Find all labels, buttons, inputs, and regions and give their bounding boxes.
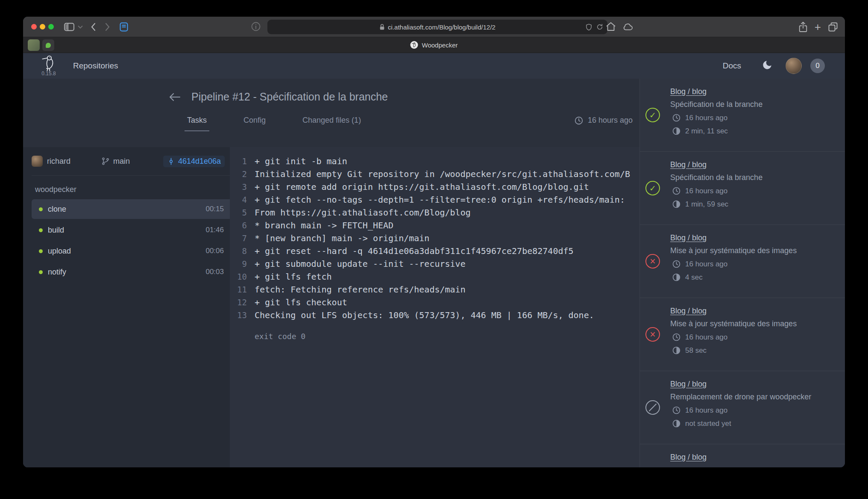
build-list-item[interactable]: Blog / blog Spécification de la branche … — [640, 152, 845, 225]
console-line: 1 + git init -b main — [230, 155, 639, 168]
console-line-number: 8 — [230, 245, 247, 257]
pipeline-step[interactable]: notify 00:03 — [32, 262, 230, 282]
nav-docs[interactable]: Docs — [723, 61, 741, 71]
reload-icon[interactable] — [596, 24, 603, 30]
step-status-dot — [39, 270, 43, 274]
version-label: 0.15.8 — [41, 71, 56, 77]
forward-button[interactable] — [105, 23, 110, 31]
recent-builds-list: Blog / blog Spécification de la branche … — [640, 79, 845, 467]
console-line-number: 5 — [230, 206, 247, 219]
commit-author: richard — [32, 156, 101, 167]
home-icon[interactable] — [606, 22, 616, 31]
build-time-ago: 16 hours ago — [685, 187, 727, 195]
build-time-ago: 16 hours ago — [685, 260, 727, 269]
console-line-number: 10 — [230, 270, 247, 283]
clock-icon — [574, 116, 584, 125]
build-repo-link[interactable]: Blog / blog — [670, 233, 707, 242]
console-line-number: 7 — [230, 232, 247, 245]
step-duration: 00:03 — [205, 268, 224, 276]
woodpecker-app: 0.15.8 Repositories Docs 0 — [23, 53, 845, 467]
step-duration: 00:06 — [205, 247, 224, 255]
cloud-icon[interactable] — [622, 23, 634, 31]
nav-repositories[interactable]: Repositories — [73, 61, 118, 71]
console-line-text: + git lfs fetch — [247, 270, 332, 283]
step-list: clone 00:15 build 01:46 upload 00:06 not… — [32, 199, 230, 282]
build-list-item[interactable]: Blog / blog Remplacement de drone par wo… — [640, 371, 845, 444]
console-line: 8 + git reset --hard -q 4614d1e06a3dabf3… — [230, 245, 639, 257]
back-button[interactable] — [91, 23, 96, 31]
build-list-item[interactable]: Blog / blog Mise à jour systématique des… — [640, 225, 845, 298]
build-repo-link[interactable]: Blog / blog — [670, 307, 707, 316]
build-message: Mise à jour systématique des images — [670, 246, 838, 255]
console-line: 2 Initialized empty Git repository in /w… — [230, 168, 639, 180]
pinned-tab-2[interactable] — [42, 39, 54, 51]
exit-code: exit code 0 — [230, 332, 639, 341]
build-repo-link[interactable]: Blog / blog — [670, 87, 707, 96]
console-line-text: From https://git.athaliasoft.com/Blog/bl… — [247, 206, 471, 219]
minimize-button[interactable] — [40, 24, 45, 30]
browser-toolbar: ci.athaliasoft.com/Blog/blog/build/12/2 — [23, 17, 845, 37]
pipeline-step[interactable]: upload 00:06 — [32, 241, 230, 261]
build-list-item[interactable]: Blog / blog — [640, 444, 845, 467]
build-repo-link[interactable]: Blog / blog — [670, 453, 707, 462]
url-text: ci.athaliasoft.com/Blog/blog/build/12/2 — [388, 24, 496, 31]
build-time-row: 16 hours ago — [670, 333, 838, 342]
start-page-icon[interactable] — [120, 22, 128, 32]
woodpecker-logo[interactable]: 0.15.8 — [41, 55, 56, 77]
build-list-item[interactable]: Blog / blog Mise à jour systématique des… — [640, 298, 845, 371]
console-line: 13 Checking out LFS objects: 100% (573/5… — [230, 309, 639, 322]
build-time-row: 16 hours ago — [670, 260, 838, 269]
commit-hash[interactable]: 4614d1e06a — [163, 156, 225, 167]
build-time-ago: 16 hours ago — [685, 333, 727, 342]
pipeline-tabs: TasksConfigChanged files (1) — [187, 116, 361, 125]
build-repo-link[interactable]: Blog / blog — [670, 380, 707, 389]
user-avatar[interactable] — [786, 58, 802, 74]
sidebar-toggle-icon[interactable] — [64, 23, 74, 31]
page-info-icon[interactable] — [251, 22, 261, 31]
duration-icon — [672, 200, 681, 209]
step-name: notify — [48, 268, 205, 277]
chevron-down-icon[interactable] — [78, 25, 83, 29]
address-bar[interactable]: ci.athaliasoft.com/Blog/blog/build/12/2 — [267, 20, 607, 34]
step-name: upload — [48, 247, 205, 256]
notification-badge[interactable]: 0 — [810, 59, 825, 73]
pipeline-step[interactable]: clone 00:15 — [32, 199, 230, 219]
console-line-number: 4 — [230, 193, 247, 206]
console-line: 11 fetch: Fetching reference refs/heads/… — [230, 283, 639, 296]
new-tab-icon[interactable]: + — [815, 21, 821, 32]
zoom-button[interactable] — [48, 24, 54, 30]
back-arrow-icon[interactable] — [168, 92, 181, 102]
dark-mode-toggle-icon[interactable] — [762, 59, 773, 72]
active-tab[interactable]: Woodpecker — [411, 37, 458, 53]
pipeline-tab[interactable]: Config — [243, 116, 266, 125]
pipeline-tab[interactable]: Changed files (1) — [302, 116, 361, 125]
step-name: clone — [48, 205, 205, 214]
pipeline-tab[interactable]: Tasks — [187, 116, 207, 125]
build-duration: 2 min, 11 sec — [685, 127, 728, 136]
branch-icon — [101, 157, 110, 165]
console-line: 9 + git submodule update --init --recurs… — [230, 257, 639, 270]
console-line-text: * [new branch] main -> origin/main — [247, 232, 429, 245]
share-icon[interactable] — [798, 21, 808, 32]
commit-icon — [167, 157, 175, 165]
clock-icon — [672, 260, 681, 269]
build-repo-link[interactable]: Blog / blog — [670, 160, 707, 169]
console-line-text: + git reset --hard -q 4614d1e06a3dabf311… — [247, 245, 574, 257]
console-line-number: 2 — [230, 168, 247, 180]
pinned-tab-1[interactable] — [28, 39, 40, 51]
build-status-icon — [645, 400, 660, 415]
close-button[interactable] — [31, 24, 37, 30]
privacy-shield-icon[interactable] — [586, 24, 592, 31]
pipeline-step[interactable]: build 01:46 — [32, 220, 230, 240]
tab-overview-icon[interactable] — [828, 22, 838, 32]
steps-sidebar: richard main 4614d1e06a woodpecker — [23, 147, 230, 467]
console-line-number: 13 — [230, 309, 247, 322]
app-header: 0.15.8 Repositories Docs 0 — [23, 53, 845, 79]
window-controls — [31, 24, 54, 30]
step-duration: 00:15 — [205, 205, 224, 213]
build-time-row: 16 hours ago — [670, 186, 838, 195]
build-status-icon — [645, 254, 660, 269]
console-line-text: + git fetch --no-tags --depth=1 --filter… — [247, 193, 625, 206]
build-list-item[interactable]: Blog / blog Spécification de la branche … — [640, 79, 845, 152]
build-status-icon — [645, 181, 660, 195]
